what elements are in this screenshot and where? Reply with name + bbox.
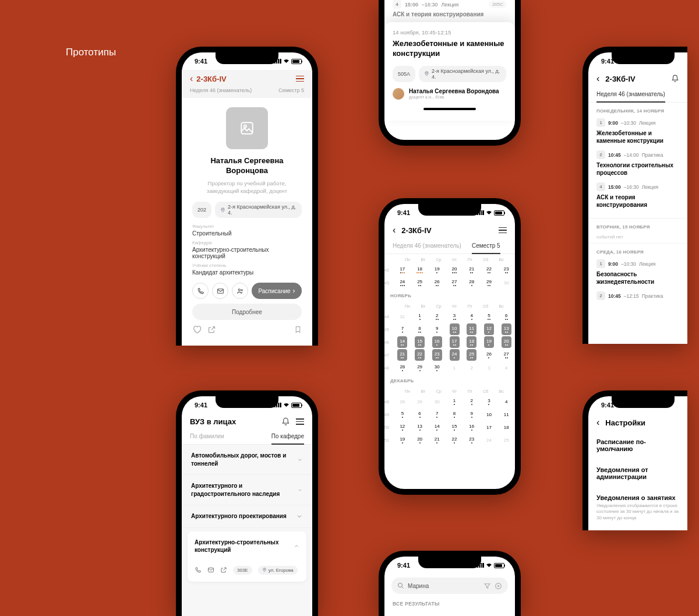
calendar-day[interactable]: 4 xyxy=(502,362,511,374)
address-chip[interactable]: ул. Егорова xyxy=(258,566,298,575)
calendar-day[interactable]: 30 xyxy=(432,362,442,374)
calendar-day[interactable]: 13 xyxy=(502,323,511,335)
external-link-icon[interactable] xyxy=(207,325,216,334)
lesson-item[interactable]: 210:45–12:15Практика xyxy=(596,291,679,300)
filter-icon[interactable] xyxy=(483,582,491,590)
back-icon[interactable]: ‹ xyxy=(393,225,396,235)
calendar-day[interactable]: 4 xyxy=(467,311,476,322)
settings-item-default-schedule[interactable]: Расписание по-умолчанию xyxy=(596,431,679,459)
email-button[interactable] xyxy=(212,283,228,299)
header-title[interactable]: 2-3Кб-IV xyxy=(401,226,431,235)
calendar-day[interactable]: 14 xyxy=(397,336,407,348)
header-title[interactable]: 2-3Кб-IV xyxy=(196,75,226,83)
external-link-icon[interactable] xyxy=(220,566,227,573)
calendar-day[interactable]: 17 xyxy=(450,336,460,348)
calendar-day[interactable]: 21 xyxy=(432,434,442,446)
calendar-day[interactable]: 26 xyxy=(484,349,494,361)
menu-icon[interactable] xyxy=(296,418,304,425)
bell-icon[interactable] xyxy=(281,417,290,426)
calendar-day[interactable]: 23 xyxy=(467,434,476,446)
back-icon[interactable]: ‹ xyxy=(190,73,193,84)
calendar-day[interactable]: 14 xyxy=(432,421,442,433)
search-input[interactable]: Марина xyxy=(391,578,508,594)
calendar-day[interactable]: 3 xyxy=(450,311,460,322)
calendar-day[interactable]: 7 xyxy=(397,323,407,335)
calendar-day[interactable]: 31 xyxy=(397,311,407,322)
lesson-item[interactable]: 19:00–10:30Лекция Безопасность жизнедеят… xyxy=(596,259,679,286)
calendar-day[interactable]: 27 xyxy=(502,349,511,361)
calendar-day[interactable]: 3 xyxy=(484,362,494,374)
menu-icon[interactable] xyxy=(296,76,304,82)
calendar-day[interactable]: 2 xyxy=(467,362,476,374)
dept-item[interactable]: Автомобильных дорог, мостов и тоннелей xyxy=(182,445,312,475)
calendar-day[interactable]: 1 xyxy=(450,396,460,407)
calendar-day[interactable]: 20 xyxy=(450,264,460,276)
calendar-day[interactable]: 7 xyxy=(432,409,442,420)
tab-semester[interactable]: Семестр 5 xyxy=(472,239,500,254)
calendar-day[interactable]: 22 xyxy=(450,434,460,446)
dept-item[interactable]: Архитектурного и градостроительного насл… xyxy=(182,475,312,505)
menu-icon[interactable] xyxy=(499,227,507,234)
lesson-item[interactable]: 210:45–14:00Практика Технологии строител… xyxy=(596,150,679,177)
calendar-day[interactable]: 1 xyxy=(415,311,425,322)
calendar-day[interactable]: 2 xyxy=(432,311,442,322)
calendar-day[interactable]: 6 xyxy=(415,409,425,420)
calendar-day[interactable]: 9 xyxy=(432,323,442,335)
schedule-button[interactable]: Расписание› xyxy=(252,283,302,299)
mail-icon[interactable] xyxy=(207,566,214,573)
lesson-item[interactable]: 415:00–16:30Лекция АСК и теория конструи… xyxy=(596,182,679,209)
calendar-day[interactable]: 16 xyxy=(467,421,476,433)
calendar-day[interactable]: 28 xyxy=(397,362,407,374)
calendar-day[interactable]: 8 xyxy=(450,409,460,420)
dept-item-expanded[interactable]: Архитектурно-строительных конструкций 30… xyxy=(188,531,306,582)
tab-by-lastname[interactable]: По фамилии xyxy=(190,430,224,444)
heart-icon[interactable] xyxy=(192,325,202,334)
calendar-day[interactable]: 20 xyxy=(502,336,511,348)
calendar-day[interactable]: 18 xyxy=(415,264,425,276)
calendar-day[interactable]: 1 xyxy=(450,362,460,374)
calendar-day[interactable]: 24 xyxy=(450,349,460,361)
calendar-day[interactable]: 29 xyxy=(415,362,425,374)
calendar-day[interactable]: 19 xyxy=(432,264,442,276)
calendar-day[interactable]: 27 xyxy=(450,277,460,288)
teacher-row[interactable]: Наталья Сергеевна Ворондова доцент к.н.,… xyxy=(393,88,507,100)
clear-icon[interactable] xyxy=(495,582,502,590)
calendar-day[interactable]: 28 xyxy=(397,396,407,407)
calendar-day[interactable]: 4 xyxy=(502,396,511,407)
bell-icon[interactable] xyxy=(671,75,679,83)
calendar-day[interactable]: 16 xyxy=(432,336,442,348)
phone-button[interactable] xyxy=(192,283,209,299)
room-chip[interactable]: 505А xyxy=(393,66,415,82)
calendar-day[interactable]: 22 xyxy=(484,264,494,276)
calendar-day[interactable]: 23 xyxy=(502,264,511,276)
calendar-day[interactable]: 6 xyxy=(502,311,511,322)
settings-item-about[interactable]: О приложении xyxy=(596,528,679,530)
calendar-day[interactable]: 24 xyxy=(484,434,494,446)
calendar-day[interactable]: 30 xyxy=(432,396,442,407)
phone-icon[interactable] xyxy=(195,566,202,573)
bookmark-icon[interactable] xyxy=(294,325,302,334)
calendar-day[interactable]: 12 xyxy=(484,323,494,335)
calendar-day[interactable]: 29 xyxy=(484,277,494,288)
calendar-day[interactable]: 29 xyxy=(415,396,425,407)
tab-week[interactable]: Неделя 46 (знаменатель) xyxy=(393,239,461,254)
calendar-day[interactable]: 28 xyxy=(467,277,476,288)
calendar-day[interactable]: 25 xyxy=(467,349,476,361)
settings-item-admin-notifications[interactable]: Уведомления от администрации xyxy=(596,459,679,487)
calendar[interactable]: ПнВтСрЧтПтСбВс42171819202122234324252627… xyxy=(384,254,515,446)
calendar-day[interactable]: 17 xyxy=(484,421,494,433)
more-button[interactable]: Подробнее xyxy=(192,304,302,320)
calendar-day[interactable]: 18 xyxy=(502,421,511,433)
calendar-day[interactable]: 15 xyxy=(415,336,425,348)
calendar-day[interactable]: 24 xyxy=(397,277,407,288)
calendar-day[interactable]: 30 xyxy=(502,277,511,288)
calendar-day[interactable]: 19 xyxy=(484,336,494,348)
settings-item-class-notifications[interactable]: Уведомления о занятиях Уведомления отобр… xyxy=(596,487,679,528)
calendar-day[interactable]: 25 xyxy=(502,434,511,446)
tab-week[interactable]: Неделя 46 (знаменатель) xyxy=(596,87,665,102)
dept-item[interactable]: Архитектурного проектирования xyxy=(182,505,312,528)
tab-by-department[interactable]: По кафедре xyxy=(271,430,304,444)
room-chip[interactable]: 303Е xyxy=(233,566,252,575)
calendar-day[interactable]: 21 xyxy=(397,349,407,361)
calendar-day[interactable]: 18 xyxy=(467,336,476,348)
